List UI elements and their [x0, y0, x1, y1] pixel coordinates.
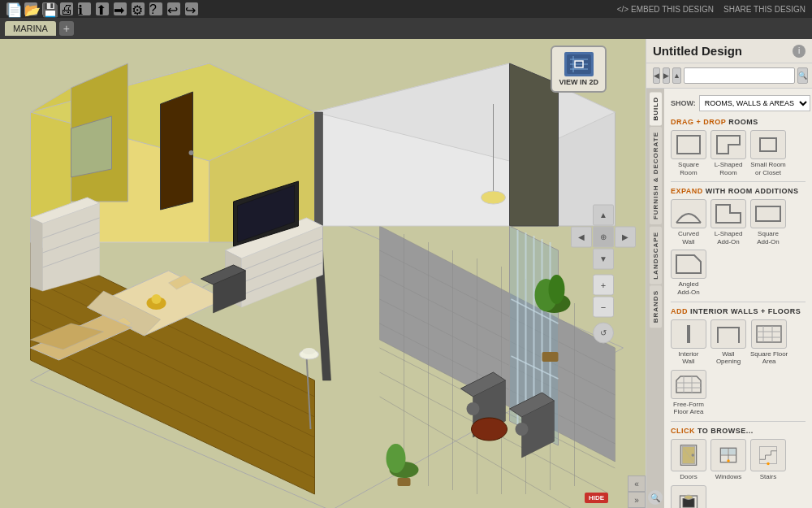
browse-grid: Doors Wi	[671, 439, 806, 508]
save-icon[interactable]: 💾	[42, 2, 55, 15]
panel-search-icon[interactable]: 🔍	[648, 490, 663, 505]
svg-rect-95	[677, 136, 700, 154]
nav-down-button[interactable]: ▼	[593, 248, 614, 269]
square-room-label: SquareRoom	[678, 161, 699, 176]
tile-freeform-floor[interactable]: Free-FormFloor Area	[671, 370, 706, 416]
browse-header: CLICK TO BROWSE...	[671, 427, 806, 435]
tile-curved-wall[interactable]: CurvedWall	[671, 199, 706, 245]
tab-brands[interactable]: BRANDS	[650, 285, 662, 328]
tile-square-floor[interactable]: Square FloorArea	[750, 319, 788, 366]
svg-rect-127	[683, 498, 694, 507]
panel-nav-next[interactable]: ▶	[663, 67, 670, 84]
freeform-floor-label: Free-FormFloor Area	[673, 401, 704, 416]
svg-point-83	[472, 418, 508, 441]
panel-header: Untitled Design i	[646, 39, 812, 63]
help-icon[interactable]: ?	[149, 2, 162, 15]
svg-rect-100	[757, 326, 781, 342]
tab-add-button[interactable]: +	[59, 21, 74, 36]
expand-grid: CurvedWall L-ShapedAdd-On SquareAdd-On	[671, 199, 806, 296]
new-icon[interactable]: 📄	[6, 2, 19, 15]
square-room-icon	[671, 130, 706, 159]
curved-wall-icon	[671, 199, 706, 228]
nav-right-button[interactable]: ▶	[615, 226, 636, 247]
expand-header: EXPAND WITH ROOM ADDITIONS	[671, 187, 806, 195]
tab-build[interactable]: BUILD	[650, 92, 662, 125]
scroll-up-arrow[interactable]: «	[628, 475, 646, 492]
tile-small-room[interactable]: Small Roomor Closet	[750, 130, 786, 176]
view2d-button[interactable]: VIEW IN 2D	[551, 46, 607, 93]
svg-rect-98	[756, 206, 780, 221]
panel-content: SHOW: ROOMS, WALLS & AREAS FURNITURE LAN…	[664, 89, 812, 508]
tile-square-add[interactable]: SquareAdd-On	[750, 199, 786, 245]
info-icon[interactable]: ℹ	[78, 2, 91, 15]
browse-fireplaces[interactable]: Fireplaces	[671, 485, 706, 508]
drag-drop-header: DRAG + DROP ROOMS	[671, 118, 806, 126]
panel-info-button[interactable]: i	[793, 45, 806, 58]
interior-grid: InteriorWall WallOpening	[671, 319, 806, 416]
canvas-area[interactable]: VIEW IN 2D ▲ ◀ ⊕ ▶ ▼ + − ↺ HIDE	[0, 39, 646, 508]
l-shaped-room-icon	[710, 130, 746, 159]
svg-marker-64	[31, 218, 43, 291]
panel-search-go[interactable]: 🔍	[797, 67, 808, 84]
small-room-icon	[750, 130, 786, 159]
tab-marina[interactable]: MARINA	[5, 21, 56, 36]
hide-button[interactable]: HIDE	[585, 493, 608, 503]
interior-wall-label: InteriorWall	[679, 350, 699, 366]
drag-drop-rooms-grid: SquareRoom L-ShapedRoom Small Roomor Clo…	[671, 130, 806, 176]
svg-point-118	[727, 459, 730, 462]
square-floor-icon	[751, 319, 787, 349]
svg-point-128	[685, 495, 693, 499]
upload-icon[interactable]: ⬆	[96, 2, 109, 15]
panel-title: Untitled Design	[653, 44, 742, 58]
browse-stairs[interactable]: Stairs	[750, 439, 786, 481]
export-icon[interactable]: ➡	[114, 2, 127, 15]
show-select[interactable]: ROOMS, WALLS & AREAS FURNITURE LANDSCAPE…	[699, 95, 810, 111]
tile-l-shaped-room[interactable]: L-ShapedRoom	[710, 130, 746, 176]
nav-left-button[interactable]: ◀	[571, 226, 592, 247]
tile-angled-add[interactable]: AngledAdd-On	[671, 250, 706, 296]
share-button[interactable]: SHARE THIS DESIGN	[723, 5, 806, 14]
open-icon[interactable]: 📂	[24, 2, 37, 15]
interior-wall-icon	[671, 319, 706, 349]
scroll-down-arrow[interactable]: »	[628, 492, 646, 508]
svg-point-74	[549, 275, 565, 304]
print-icon[interactable]: 🖨	[60, 2, 73, 15]
svg-rect-117	[729, 449, 736, 454]
tile-interior-wall[interactable]: InteriorWall	[671, 319, 706, 366]
tab-furnish[interactable]: FURNISH & DECORATE	[650, 127, 662, 224]
tile-square-room[interactable]: SquareRoom	[671, 130, 706, 176]
tile-l-shaped-add[interactable]: L-ShapedAdd-On	[710, 199, 746, 245]
zoom-out-button[interactable]: −	[593, 296, 614, 317]
redo-icon[interactable]: ↪	[185, 2, 198, 15]
panel-search-input[interactable]	[684, 67, 795, 84]
svg-point-82	[516, 423, 529, 436]
tile-wall-opening[interactable]: WallOpening	[710, 319, 746, 366]
windows-icon	[710, 439, 746, 471]
embed-button[interactable]: </> EMBED THIS DESIGN	[617, 5, 714, 14]
browse-windows[interactable]: Windows	[710, 439, 746, 481]
stairs-label: Stairs	[760, 473, 776, 481]
blueprint-icon	[564, 52, 594, 76]
show-label: SHOW:	[671, 99, 696, 107]
l-shaped-room-label: L-ShapedRoom	[715, 161, 743, 176]
svg-point-79	[467, 402, 480, 415]
svg-point-85	[482, 191, 506, 204]
svg-rect-96	[760, 138, 776, 151]
panel-nav-home[interactable]: ▲	[672, 67, 681, 84]
browse-doors[interactable]: Doors	[671, 439, 706, 481]
tab-landscape[interactable]: LANDSCAPE	[650, 227, 662, 284]
svg-point-71	[303, 348, 316, 354]
toolbar-left: 📄 📂 💾 🖨 ℹ ⬆ ➡ ⚙ ? ↩ ↪	[6, 2, 198, 15]
undo-icon[interactable]: ↩	[167, 2, 180, 15]
panel-nav-prev[interactable]: ◀	[653, 67, 660, 84]
nav-up-button[interactable]: ▲	[593, 204, 614, 225]
zoom-in-button[interactable]: +	[593, 274, 614, 295]
nav-rotate-button[interactable]: ↺	[593, 322, 614, 343]
svg-point-125	[767, 462, 770, 466]
settings-icon[interactable]: ⚙	[132, 2, 145, 15]
tabbar: MARINA +	[0, 18, 812, 39]
square-add-icon	[750, 199, 786, 228]
nav-center[interactable]: ⊕	[593, 226, 614, 247]
nav-controls: ▲ ◀ ⊕ ▶ ▼ + − ↺	[571, 204, 636, 343]
svg-point-43	[189, 150, 194, 155]
